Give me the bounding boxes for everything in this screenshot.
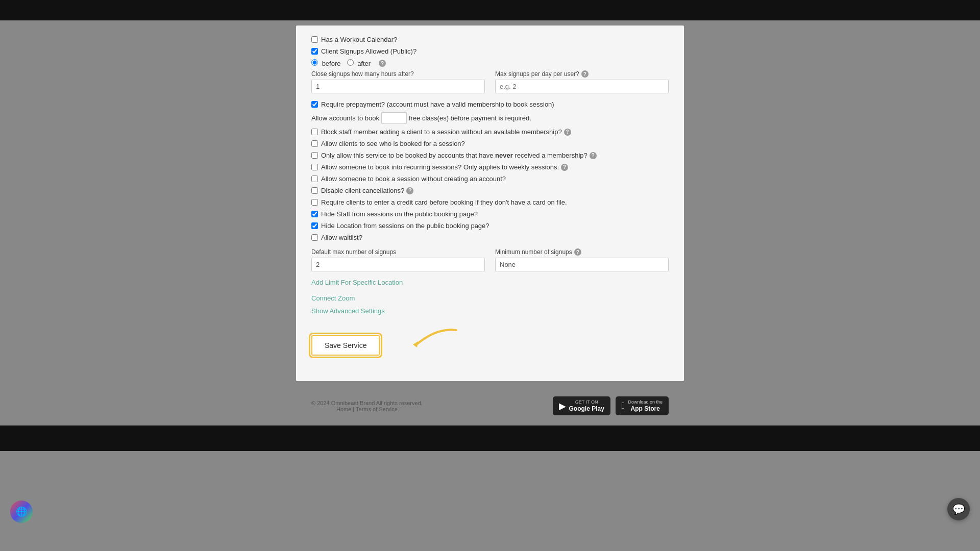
has-workout-calendar-label: Has a Workout Calendar? xyxy=(321,36,397,43)
before-radio[interactable] xyxy=(311,59,318,66)
require-prepayment-checkbox[interactable] xyxy=(311,101,318,108)
copyright-text: © 2024 Omnibeast Brand All rights reserv… xyxy=(311,400,423,406)
footer-separator: | xyxy=(353,406,354,412)
save-service-button[interactable]: Save Service xyxy=(311,335,380,356)
require-credit-card-label: Require clients to enter a credit card b… xyxy=(321,198,567,206)
only-allow-never-row: Only allow this service to be booked by … xyxy=(311,152,669,159)
google-play-icon: ▶ xyxy=(559,400,566,412)
app-store-text: Download on the App Store xyxy=(628,399,663,412)
add-limit-link[interactable]: Add Limit For Specific Location xyxy=(311,279,403,286)
block-staff-label: Block staff member adding a client to a … xyxy=(321,128,562,136)
disable-cancellations-checkbox[interactable] xyxy=(311,187,318,194)
client-signups-row: Client Signups Allowed (Public)? xyxy=(311,47,669,55)
chat-icon: 💬 xyxy=(952,503,965,515)
terms-link[interactable]: Terms of Service xyxy=(356,406,398,412)
allow-waitlist-checkbox[interactable] xyxy=(311,234,318,241)
avatar-icon: 🌐 xyxy=(16,506,27,517)
only-allow-never-label: Only allow this service to be booked by … xyxy=(321,152,587,159)
disable-cancellations-label: Disable client cancellations? xyxy=(321,187,404,194)
require-prepayment-row: Require prepayment? (account must have a… xyxy=(311,101,669,108)
allow-recurring-help-icon[interactable]: ? xyxy=(561,164,568,171)
hide-staff-checkbox[interactable] xyxy=(311,211,318,217)
max-signups-input[interactable] xyxy=(495,80,669,93)
bottom-section: Connect Zoom Show Advanced Settings Save… xyxy=(311,286,669,366)
block-staff-checkbox[interactable] xyxy=(311,129,318,135)
minimum-signups-help-icon[interactable]: ? xyxy=(574,248,581,256)
free-classes-suffix: free class(es) before payment is require… xyxy=(409,114,531,122)
require-prepayment-label: Require prepayment? (account must have a… xyxy=(321,101,554,108)
connect-zoom-link[interactable]: Connect Zoom xyxy=(311,294,669,302)
minimum-signups-label: Minimum number of signups ? xyxy=(495,248,669,256)
only-allow-never-checkbox[interactable] xyxy=(311,152,318,159)
allow-recurring-checkbox[interactable] xyxy=(311,164,318,170)
signups-limits-row: Default max number of signups Minimum nu… xyxy=(311,248,669,271)
hide-location-row: Hide Location from sessions on the publi… xyxy=(311,222,669,230)
show-advanced-link[interactable]: Show Advanced Settings xyxy=(311,307,669,315)
block-staff-help-icon[interactable]: ? xyxy=(564,129,571,136)
main-wrapper: Has a Workout Calendar? Client Signups A… xyxy=(0,20,980,425)
footer-links: Home | Terms of Service xyxy=(311,406,423,412)
allow-clients-see-row: Allow clients to see who is booked for a… xyxy=(311,140,669,147)
app-store-badge[interactable]:  Download on the App Store xyxy=(616,396,669,415)
close-signups-input[interactable] xyxy=(311,80,485,93)
google-play-bottom: Google Play xyxy=(569,405,604,412)
before-radio-label: before xyxy=(311,59,341,67)
hide-staff-label: Hide Staff from sessions on the public b… xyxy=(321,210,478,218)
allow-recurring-label: Allow someone to book into recurring ses… xyxy=(321,163,559,171)
client-signups-checkbox[interactable] xyxy=(311,48,318,55)
avatar-button[interactable]: 🌐 xyxy=(10,500,33,523)
close-signups-group: Close signups how many hours after? xyxy=(311,70,485,93)
hide-location-checkbox[interactable] xyxy=(311,222,318,229)
free-classes-input[interactable] xyxy=(381,112,407,124)
content-area: Has a Workout Calendar? Client Signups A… xyxy=(296,26,684,381)
store-badges: ▶ GET IT ON Google Play  Download on th… xyxy=(553,396,669,415)
hide-staff-row: Hide Staff from sessions on the public b… xyxy=(311,210,669,218)
require-credit-card-row: Require clients to enter a credit card b… xyxy=(311,198,669,206)
max-signups-group: Max signups per day per user? ? xyxy=(495,70,669,93)
default-max-input[interactable] xyxy=(311,258,485,271)
after-radio[interactable] xyxy=(347,59,354,66)
block-staff-row: Block staff member adding a client to a … xyxy=(311,128,669,136)
default-max-label: Default max number of signups xyxy=(311,248,485,256)
allow-waitlist-label: Allow waitlist? xyxy=(321,234,362,241)
close-signups-label: Close signups how many hours after? xyxy=(311,70,485,78)
allow-recurring-row: Allow someone to book into recurring ses… xyxy=(311,163,669,171)
google-play-top: GET IT ON xyxy=(569,399,604,405)
hide-location-label: Hide Location from sessions on the publi… xyxy=(321,222,489,230)
require-credit-card-checkbox[interactable] xyxy=(311,199,318,206)
app-store-top: Download on the xyxy=(628,399,663,405)
allow-without-account-checkbox[interactable] xyxy=(311,176,318,182)
default-max-group: Default max number of signups xyxy=(311,248,485,271)
client-signups-label: Client Signups Allowed (Public)? xyxy=(321,47,416,55)
max-signups-label: Max signups per day per user? ? xyxy=(495,70,669,78)
allow-book-row: Allow accounts to book free class(es) be… xyxy=(311,112,669,124)
chat-button[interactable]: 💬 xyxy=(947,498,970,520)
signups-section: Default max number of signups Minimum nu… xyxy=(311,248,669,286)
top-bar xyxy=(0,0,980,20)
google-play-badge[interactable]: ▶ GET IT ON Google Play xyxy=(553,396,610,415)
app-store-bottom: App Store xyxy=(628,405,663,412)
disable-cancellations-row: Disable client cancellations? ? xyxy=(311,187,669,194)
allow-clients-see-label: Allow clients to see who is booked for a… xyxy=(321,140,465,147)
max-signups-help-icon[interactable]: ? xyxy=(581,70,589,78)
allow-book-text: Allow accounts to book xyxy=(311,114,379,122)
allow-without-account-label: Allow someone to book a session without … xyxy=(321,175,506,183)
footer-left: © 2024 Omnibeast Brand All rights reserv… xyxy=(311,400,423,412)
allow-without-account-row: Allow someone to book a session without … xyxy=(311,175,669,183)
svg-marker-0 xyxy=(413,341,418,347)
timing-help-icon[interactable]: ? xyxy=(379,60,386,67)
footer-area: © 2024 Omnibeast Brand All rights reserv… xyxy=(0,381,980,425)
signups-timing-row: Close signups how many hours after? Max … xyxy=(311,70,669,93)
minimum-signups-input[interactable] xyxy=(495,258,669,271)
apple-icon:  xyxy=(622,400,625,411)
arrow-annotation xyxy=(385,325,467,366)
allow-clients-see-checkbox[interactable] xyxy=(311,140,318,147)
only-allow-help-icon[interactable]: ? xyxy=(590,152,597,159)
has-workout-calendar-checkbox[interactable] xyxy=(311,36,318,43)
disable-cancellations-help-icon[interactable]: ? xyxy=(406,187,413,194)
has-workout-calendar-row: Has a Workout Calendar? xyxy=(311,36,669,43)
bottom-bar xyxy=(0,425,980,451)
footer-content: © 2024 Omnibeast Brand All rights reserv… xyxy=(296,391,684,420)
home-link[interactable]: Home xyxy=(336,406,351,412)
google-play-text: GET IT ON Google Play xyxy=(569,399,604,412)
